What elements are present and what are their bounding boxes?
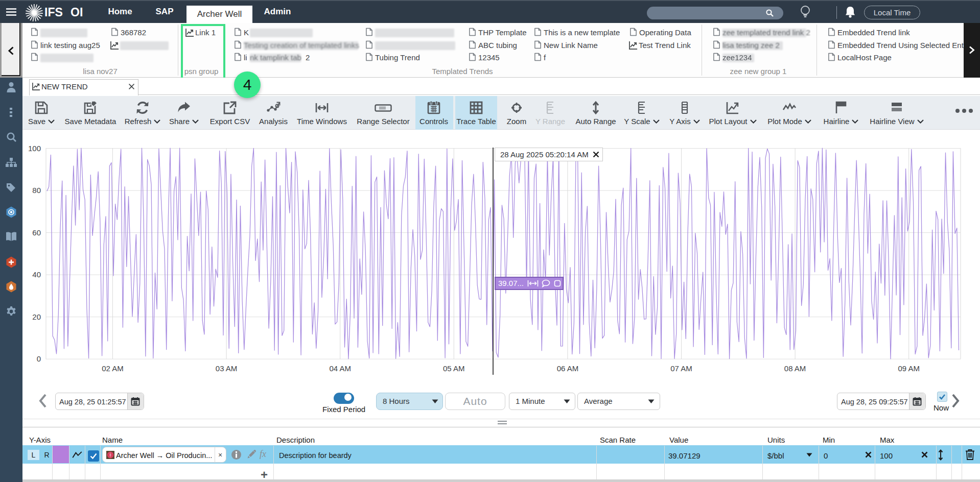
svg-text:06 AM: 06 AM bbox=[557, 364, 579, 373]
svg-text:03 AM: 03 AM bbox=[216, 364, 238, 373]
svg-text:07 AM: 07 AM bbox=[670, 364, 692, 373]
svg-text:02 AM: 02 AM bbox=[102, 364, 124, 373]
svg-text:20: 20 bbox=[32, 312, 41, 321]
svg-text:05 AM: 05 AM bbox=[443, 364, 465, 373]
svg-text:0: 0 bbox=[37, 354, 41, 363]
svg-text:08 AM: 08 AM bbox=[784, 364, 806, 373]
svg-text:40: 40 bbox=[32, 270, 41, 279]
svg-text:09 AM: 09 AM bbox=[898, 364, 920, 373]
svg-text:80: 80 bbox=[32, 186, 41, 195]
svg-text:04 AM: 04 AM bbox=[329, 364, 351, 373]
svg-text:60: 60 bbox=[32, 228, 41, 237]
svg-text:100: 100 bbox=[28, 144, 41, 153]
